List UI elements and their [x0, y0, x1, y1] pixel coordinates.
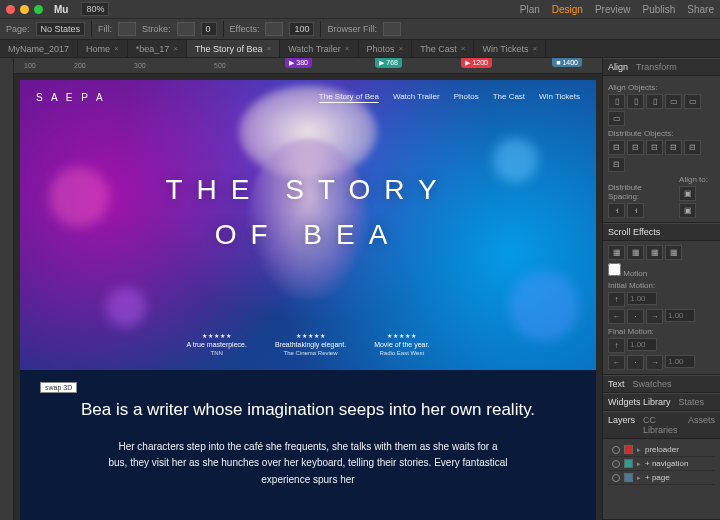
- tab-story[interactable]: The Story of Bea×: [187, 40, 280, 57]
- final-speed-v[interactable]: 1.00: [665, 355, 695, 368]
- align-right-icon[interactable]: ▯: [646, 94, 663, 109]
- review-1[interactable]: ★★★★★A true masterpiece.TNN: [187, 332, 247, 356]
- align-bottom-icon[interactable]: ▭: [608, 111, 625, 126]
- tab-myname[interactable]: MyName_2017: [0, 40, 78, 57]
- browserfill-swatch[interactable]: [383, 22, 401, 36]
- tab-cast[interactable]: The Cast×: [412, 40, 474, 57]
- close-icon[interactable]: ×: [532, 44, 537, 53]
- align-top-icon[interactable]: ▭: [665, 94, 682, 109]
- stroke-swatch[interactable]: [177, 22, 195, 36]
- panel-layers-header[interactable]: LayersCC LibrariesAssets: [603, 411, 720, 439]
- scroll-opacity-icon[interactable]: ▦: [627, 245, 644, 260]
- breakpoint-1400[interactable]: ■ 1400: [552, 58, 582, 67]
- close-icon[interactable]: ×: [461, 44, 466, 53]
- close-icon[interactable]: ×: [114, 44, 119, 53]
- zoom-dropdown[interactable]: 80%: [81, 2, 109, 16]
- scroll-edge-icon[interactable]: ▦: [665, 245, 682, 260]
- dir-up-icon[interactable]: ↑: [608, 338, 625, 353]
- nav-item-photos[interactable]: Photos: [454, 92, 479, 103]
- review-2[interactable]: ★★★★★Breathtakingly elegant.The Cinema R…: [275, 332, 346, 356]
- dir-up-icon[interactable]: ↑: [608, 292, 625, 307]
- panel-align-header[interactable]: AlignTransform: [603, 58, 720, 76]
- init-speed-h[interactable]: 1.00: [627, 292, 657, 305]
- tab-trailer[interactable]: Watch Trailer×: [280, 40, 358, 57]
- body-headline[interactable]: Bea is a writer whose imagination seeps …: [70, 398, 546, 423]
- breakpoint-1200[interactable]: ▶ 1200: [461, 58, 492, 68]
- site-logo[interactable]: S A E P A: [36, 92, 106, 103]
- dist-bottom-icon[interactable]: ⊟: [608, 157, 625, 172]
- tab-tickets[interactable]: Win Tickets×: [474, 40, 546, 57]
- dir-right-icon[interactable]: →: [646, 355, 663, 370]
- tab-photos[interactable]: Photos×: [359, 40, 413, 57]
- nav-design[interactable]: Design: [552, 4, 583, 15]
- layer-color-swatch[interactable]: [624, 445, 633, 454]
- align-vcenter-icon[interactable]: ▭: [684, 94, 701, 109]
- scroll-slideshow-icon[interactable]: ▦: [646, 245, 663, 260]
- dist-vcenter-icon[interactable]: ⊟: [684, 140, 701, 155]
- spacing-h-icon[interactable]: ⫞: [608, 203, 625, 218]
- breakpoint-380[interactable]: ▶ 380: [285, 58, 312, 68]
- stroke-weight[interactable]: 0: [201, 22, 217, 36]
- close-icon[interactable]: ×: [345, 44, 350, 53]
- page-body[interactable]: S A E P A The Story of Bea Watch Trailer…: [20, 80, 596, 520]
- visibility-icon[interactable]: [612, 460, 620, 468]
- panel-scroll-header[interactable]: Scroll Effects: [603, 223, 720, 241]
- dist-left-icon[interactable]: ⊟: [608, 140, 625, 155]
- close-icon[interactable]: ×: [399, 44, 404, 53]
- align-left-icon[interactable]: ▯: [608, 94, 625, 109]
- tab-bea17[interactable]: *bea_17×: [128, 40, 187, 57]
- dir-left-icon[interactable]: ←: [608, 355, 625, 370]
- nav-item-tickets[interactable]: Win Tickets: [539, 92, 580, 103]
- alignto-page-icon[interactable]: ▣: [679, 203, 696, 218]
- nav-preview[interactable]: Preview: [595, 4, 631, 15]
- nav-item-trailer[interactable]: Watch Trailer: [393, 92, 440, 103]
- spacing-v-icon[interactable]: ⫞: [627, 203, 644, 218]
- body-section[interactable]: Bea is a writer whose imagination seeps …: [20, 370, 596, 516]
- layer-color-swatch[interactable]: [624, 473, 633, 482]
- dir-right-icon[interactable]: →: [646, 309, 663, 324]
- close-icon[interactable]: ×: [266, 44, 271, 53]
- fill-swatch[interactable]: [118, 22, 136, 36]
- selection-tag[interactable]: swap 3D: [40, 382, 77, 393]
- layer-preloader[interactable]: ▸preloader: [608, 443, 715, 457]
- opacity-field[interactable]: 100: [289, 22, 314, 36]
- dist-hcenter-icon[interactable]: ⊟: [627, 140, 644, 155]
- nav-publish[interactable]: Publish: [643, 4, 676, 15]
- layer-color-swatch[interactable]: [624, 459, 633, 468]
- effects-btn[interactable]: [265, 22, 283, 36]
- toolbox-rail[interactable]: [0, 58, 14, 520]
- nav-plan[interactable]: Plan: [520, 4, 540, 15]
- minimize-window[interactable]: [20, 5, 29, 14]
- layer-navigation[interactable]: ▸+ navigation: [608, 457, 715, 471]
- panel-text-header[interactable]: TextSwatches: [603, 375, 720, 393]
- design-canvas[interactable]: S A E P A The Story of Bea Watch Trailer…: [14, 74, 602, 520]
- panel-widgets-header[interactable]: Widgets LibraryStates: [603, 393, 720, 411]
- motion-checkbox[interactable]: [608, 263, 621, 276]
- page-states-dropdown[interactable]: No States: [36, 22, 86, 36]
- dir-left-icon[interactable]: ←: [608, 309, 625, 324]
- body-copy[interactable]: Her characters step into the café she fr…: [108, 439, 508, 489]
- dir-none-icon[interactable]: ·: [627, 355, 644, 370]
- layer-page[interactable]: ▸+ page: [608, 471, 715, 485]
- tab-home[interactable]: Home×: [78, 40, 128, 57]
- hero-section[interactable]: S A E P A The Story of Bea Watch Trailer…: [20, 80, 596, 370]
- close-icon[interactable]: ×: [173, 44, 178, 53]
- scroll-motion-icon[interactable]: ▦: [608, 245, 625, 260]
- dir-none-icon[interactable]: ·: [627, 309, 644, 324]
- hero-title[interactable]: THE STORYOF BEA: [20, 168, 596, 258]
- alignto-selection-icon[interactable]: ▣: [679, 186, 696, 201]
- close-window[interactable]: [6, 5, 15, 14]
- nav-item-story[interactable]: The Story of Bea: [319, 92, 379, 103]
- nav-item-cast[interactable]: The Cast: [493, 92, 525, 103]
- visibility-icon[interactable]: [612, 474, 620, 482]
- zoom-window[interactable]: [34, 5, 43, 14]
- visibility-icon[interactable]: [612, 446, 620, 454]
- dist-top-icon[interactable]: ⊟: [665, 140, 682, 155]
- nav-share[interactable]: Share: [687, 4, 714, 15]
- final-speed-h[interactable]: 1.00: [627, 338, 657, 351]
- dist-right-icon[interactable]: ⊟: [646, 140, 663, 155]
- review-3[interactable]: ★★★★★Movie of the year.Radio East West: [374, 332, 429, 356]
- breakpoint-768[interactable]: ▶ 768: [375, 58, 402, 68]
- align-hcenter-icon[interactable]: ▯: [627, 94, 644, 109]
- init-speed-v[interactable]: 1.00: [665, 309, 695, 322]
